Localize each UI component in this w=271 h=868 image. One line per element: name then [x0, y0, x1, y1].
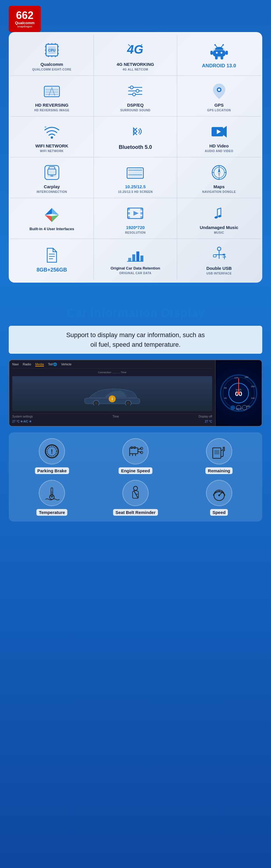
svg-rect-29: [225, 51, 228, 55]
feature-bluetooth: Bluetooth 5.0: [94, 117, 177, 157]
screen-icon: [126, 163, 145, 182]
car-info-section: Car Information Display Support to displ…: [0, 294, 271, 530]
indicator-speed: Speed: [179, 480, 259, 516]
svg-text:200: 200: [251, 385, 255, 388]
speed-icon-circle: [206, 480, 232, 506]
feature-hdvideo: HD Video AUDIO AND VIDEO: [177, 117, 261, 157]
screen-subtitle: 10.25/12.5 HD SCREEN: [118, 190, 153, 193]
maps-title: Maps: [213, 184, 224, 189]
car-display-mockup: Navi Radio Media Tel/🌐 Vehicle Connectio…: [9, 360, 262, 427]
svg-point-40: [130, 86, 133, 89]
gps-subtitle: GPS LOCATION: [207, 109, 231, 112]
svg-rect-83: [141, 255, 143, 261]
gps-title: GPS: [214, 102, 224, 108]
svg-point-27: [222, 44, 224, 45]
nav-navi: Navi: [12, 363, 19, 367]
4g-subtitle: 4G ALL NETCOM: [123, 68, 148, 71]
svg-rect-71: [141, 208, 143, 210]
feature-screen: 10.25/12.5 10.25/12.5 HD SCREEN: [94, 157, 177, 198]
svg-text:120: 120: [234, 376, 238, 379]
ui-icon: [42, 206, 61, 224]
android-title: ANDROID 13.0: [202, 63, 236, 69]
svg-rect-118: [130, 448, 138, 454]
video-icon: [210, 122, 229, 141]
svg-rect-69: [128, 212, 130, 214]
seatbelt-icon-circle: [122, 480, 149, 506]
qualcomm-subtitle: QUALCOMM EIGHT-CORE: [32, 68, 72, 71]
sys-settings: System settings: [12, 415, 33, 418]
svg-rect-28: [210, 51, 213, 55]
svg-point-22: [216, 52, 218, 54]
cardata-title: Original Car Data Retention: [111, 266, 160, 271]
nav-tel: Tel/🌐: [48, 363, 57, 367]
music-subtitle: MUSIC: [214, 231, 224, 234]
nav-media: Media: [35, 363, 44, 367]
svg-rect-80: [128, 258, 131, 261]
engine-speed-label: Engine Speed: [119, 467, 152, 474]
dsp-icon: [126, 82, 145, 100]
svg-point-23: [220, 52, 222, 54]
screen-title: 10.25/12.5: [125, 184, 146, 189]
usb-icon: [210, 245, 229, 264]
usb-subtitle: USB INTERFACE: [206, 272, 232, 275]
cpu-icon: CPU: [42, 41, 61, 59]
svg-rect-132: [52, 491, 52, 498]
features-card: CPU Qualcomm QUALCOMM EIGHT-CORE 4G 4: [9, 32, 262, 283]
car-info-title: Car Information Display: [9, 306, 262, 320]
svg-marker-63: [45, 208, 52, 215]
svg-point-85: [217, 247, 221, 251]
music-icon: [210, 204, 229, 223]
sd-icon: [42, 246, 61, 265]
svg-marker-65: [45, 215, 52, 222]
feature-hd-reversing: HD REVERSING HD REVERSING IMAGE: [10, 76, 94, 117]
svg-marker-74: [133, 211, 139, 216]
svg-point-46: [44, 126, 46, 128]
svg-rect-72: [141, 212, 143, 214]
camera-icon: [42, 82, 61, 100]
wifi-subtitle: WIFI NETWORK: [40, 150, 64, 153]
feature-dsp: DSP/EQ SURROUND SOUND: [94, 76, 177, 117]
svg-point-92: [95, 402, 98, 405]
svg-rect-31: [220, 56, 223, 59]
feature-resolution: 1920*720 Resolution: [94, 198, 177, 239]
nav-radio: Radio: [23, 363, 31, 367]
svg-text:40: 40: [224, 397, 227, 400]
temperature-icon-circle: [39, 480, 65, 506]
svg-point-41: [136, 89, 139, 92]
nav-vehicle: Vehicle: [61, 363, 71, 367]
feature-carplay: Carplay INTERCONNECTION: [10, 157, 94, 198]
indicator-engine-speed: Engine Speed: [95, 438, 176, 474]
4g-icon: 4G: [126, 41, 145, 59]
svg-point-42: [132, 93, 136, 96]
carplay-icon: [42, 163, 61, 182]
display-off: Display off: [199, 415, 212, 418]
svg-rect-30: [215, 56, 218, 59]
temperature-label: Temperature: [36, 509, 67, 516]
dsp-title: DSP/EQ: [127, 102, 144, 108]
svg-text:80: 80: [224, 386, 227, 389]
storage-title: 8GB+256GB: [37, 267, 67, 273]
svg-text:240: 240: [251, 397, 255, 400]
svg-rect-68: [128, 208, 130, 210]
svg-rect-70: [128, 216, 130, 219]
indicator-seatbelt: Seat Belt Reminder: [95, 480, 176, 516]
cardata-icon: [126, 245, 145, 264]
remaining-icon-circle: [206, 438, 232, 464]
feature-android: ANDROID 13.0: [177, 35, 261, 76]
hd-reversing-subtitle: HD REVERSING IMAGE: [34, 109, 69, 112]
top-section: 662 Qualcomm snapdragon: [0, 0, 271, 294]
remaining-label: Remaining: [205, 467, 233, 474]
temp-left: 27 °C ❄ A/C ❄: [12, 420, 31, 423]
feature-4g: 4G 4G NETWORKING 4G ALL NETCOM: [94, 35, 177, 76]
parking-brake-label: Parking Brake: [35, 467, 69, 474]
badge-brand: Qualcomm: [15, 21, 34, 25]
feature-music: Undamaged Music MUSIC: [177, 198, 261, 239]
svg-point-94: [127, 402, 130, 405]
qualcomm-title: Qualcomm: [40, 62, 63, 67]
svg-text:4G: 4G: [127, 42, 143, 56]
carplay-title: Carplay: [44, 184, 60, 189]
speed-label: Speed: [210, 509, 228, 516]
feature-ui: Built-in 4 User Interfaces: [10, 198, 94, 239]
connection-status: Connection ........... Time: [12, 371, 212, 374]
svg-text:CPU: CPU: [48, 49, 55, 53]
